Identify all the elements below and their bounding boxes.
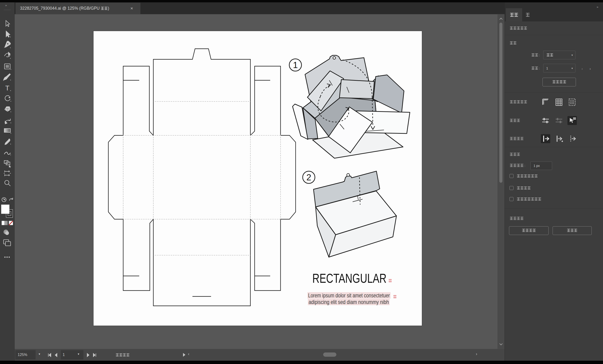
svg-text:adipiscing elit sed diam nonum: adipiscing elit sed diam nonummy nibh (309, 299, 389, 305)
svg-text:2: 2 (306, 173, 311, 182)
svg-text:»: » (5, 3, 7, 7)
svg-text:Lorem ipsum dolor sit amet con: Lorem ipsum dolor sit amet consectetuer (308, 292, 390, 298)
svg-text:1: 1 (293, 60, 298, 70)
svg-text:RECTANGULAR: RECTANGULAR (312, 271, 386, 285)
svg-text:T: T (5, 84, 9, 92)
